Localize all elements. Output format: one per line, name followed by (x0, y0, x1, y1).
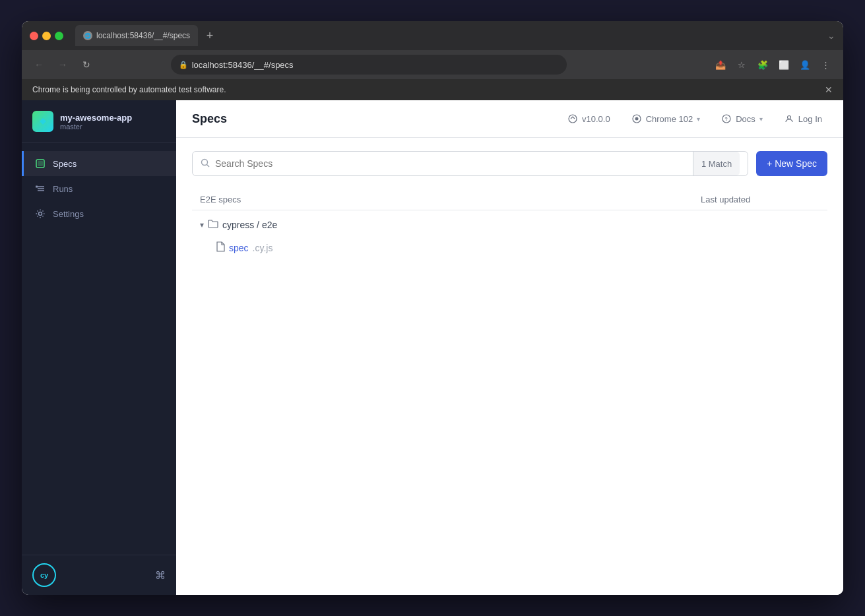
runs-icon (34, 183, 46, 195)
new-tab-button[interactable]: + (201, 26, 219, 45)
app-icon (32, 111, 53, 132)
sidebar-nav: Specs Runs (22, 143, 176, 555)
cypress-logo: cy (32, 563, 56, 587)
sidebar-footer: cy ⌘ (22, 555, 176, 595)
close-button[interactable] (30, 32, 38, 40)
search-bar-row: 1 Match + New Spec (192, 151, 827, 176)
address-bar[interactable]: 🔒 localhost:58436/__#/specs (171, 55, 567, 75)
lock-icon: 🔒 (179, 61, 188, 69)
automation-banner-text: Chrome is being controlled by automated … (32, 85, 226, 94)
svg-line-15 (207, 164, 210, 167)
app-name: my-awesome-app (60, 113, 132, 123)
sidebar-item-specs[interactable]: Specs (22, 151, 176, 176)
back-button[interactable]: ← (30, 55, 48, 74)
login-label: Log In (798, 114, 822, 124)
search-input[interactable] (215, 158, 688, 169)
runs-label: Runs (53, 184, 73, 194)
specs-content: 1 Match + New Spec E2E specs Last update… (176, 138, 843, 595)
upload-icon[interactable]: 📤 (711, 55, 730, 74)
svg-point-10 (635, 117, 638, 121)
browser-button[interactable]: Chrome 102 ▾ (626, 111, 706, 127)
browser-label: Chrome 102 (646, 114, 693, 124)
forward-button[interactable]: → (53, 55, 72, 74)
col-last-updated: Last updated (701, 195, 819, 204)
search-icon (201, 158, 210, 169)
settings-label: Settings (53, 209, 84, 219)
specs-table-header: E2E specs Last updated (192, 189, 827, 210)
active-tab[interactable]: 🌐 localhost:58436/__#/specs (75, 25, 198, 46)
spec-name: spec (229, 243, 249, 253)
svg-text:?: ? (725, 117, 728, 121)
app-branch: master (60, 123, 132, 131)
spec-extension: .cy.js (253, 243, 273, 253)
sidebar-item-runs[interactable]: Runs (22, 176, 176, 201)
version-icon (567, 113, 578, 124)
main-panel: Specs v10.0.0 (176, 100, 843, 595)
folder-row[interactable]: ▾ cypress / e2e (192, 213, 827, 236)
docs-chevron-icon: ▾ (759, 115, 763, 123)
maximize-button[interactable] (55, 32, 63, 40)
tab-bar: 🌐 localhost:58436/__#/specs + (75, 25, 822, 46)
toolbar-actions: 📤 ☆ 🧩 ⬜ 👤 ⋮ (711, 55, 835, 74)
sidebar-app-header: my-awesome-app master (22, 100, 176, 143)
chevron-down-icon: ⌄ (827, 30, 835, 41)
login-button[interactable]: Log In (779, 111, 827, 127)
spec-file-row[interactable]: spec .cy.js (192, 236, 827, 259)
sidebar: my-awesome-app master Specs (22, 100, 176, 595)
version-button[interactable]: v10.0.0 (562, 111, 616, 127)
reload-button[interactable]: ↻ (77, 55, 96, 74)
split-screen-icon[interactable]: ⬜ (775, 55, 793, 74)
svg-point-14 (202, 159, 208, 165)
col-e2e-specs: E2E specs (200, 195, 701, 204)
browser-toolbar: ← → ↻ 🔒 localhost:58436/__#/specs 📤 ☆ 🧩 … (22, 50, 843, 79)
menu-icon[interactable]: ⋮ (817, 55, 835, 74)
bookmark-icon[interactable]: ☆ (732, 55, 751, 74)
folder-icon (208, 218, 218, 231)
browser-titlebar: 🌐 localhost:58436/__#/specs + ⌄ (22, 21, 843, 50)
browser-icon (631, 113, 642, 124)
header-actions: v10.0.0 Chrome 102 ▾ (562, 111, 827, 127)
keyboard-shortcut-icon[interactable]: ⌘ (155, 569, 166, 582)
svg-rect-2 (38, 161, 43, 166)
profile-icon[interactable]: 👤 (796, 55, 814, 74)
app-content: my-awesome-app master Specs (22, 100, 843, 595)
docs-icon: ? (721, 113, 732, 124)
specs-icon (34, 158, 46, 169)
page-title: Specs (192, 112, 227, 126)
folder-name: cypress / e2e (222, 220, 277, 230)
svg-rect-6 (36, 186, 38, 188)
chevron-down-icon: ▾ (200, 220, 204, 230)
settings-icon (34, 208, 46, 220)
login-icon (784, 113, 794, 124)
docs-button[interactable]: ? Docs ▾ (716, 111, 768, 127)
extensions-icon[interactable]: 🧩 (753, 55, 772, 74)
browser-chevron-icon: ▾ (697, 115, 700, 123)
svg-point-7 (39, 212, 42, 216)
minimize-button[interactable] (42, 32, 51, 40)
address-text: localhost:58436/__#/specs (192, 60, 294, 70)
main-header: Specs v10.0.0 (176, 100, 843, 138)
search-bar[interactable]: 1 Match (192, 151, 748, 176)
app-name-block: my-awesome-app master (60, 113, 132, 131)
file-icon (216, 241, 225, 254)
traffic-lights (30, 32, 63, 40)
automation-banner: Chrome is being controlled by automated … (22, 79, 843, 100)
tab-label: localhost:58436/__#/specs (96, 31, 190, 40)
match-badge: 1 Match (693, 152, 740, 175)
new-spec-button[interactable]: + New Spec (756, 151, 827, 176)
sidebar-item-settings[interactable]: Settings (22, 201, 176, 226)
svg-point-13 (787, 116, 790, 119)
close-icon[interactable]: ✕ (825, 84, 833, 95)
specs-label: Specs (53, 159, 77, 169)
docs-label: Docs (736, 114, 755, 124)
version-label: v10.0.0 (582, 114, 610, 124)
tab-favicon: 🌐 (83, 31, 92, 40)
svg-point-8 (569, 115, 577, 123)
